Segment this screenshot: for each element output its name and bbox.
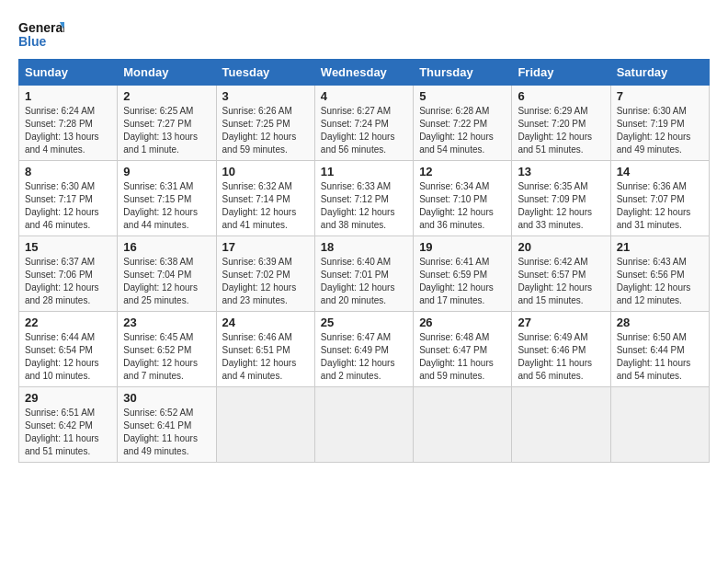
col-header-monday: Monday xyxy=(118,60,216,86)
week-row-4: 22 Sunrise: 6:44 AMSunset: 6:54 PMDaylig… xyxy=(19,312,710,387)
day-number: 6 xyxy=(518,89,604,103)
day-number: 2 xyxy=(123,89,210,103)
calendar-cell: 23 Sunrise: 6:45 AMSunset: 6:52 PMDaylig… xyxy=(118,312,216,387)
calendar-cell xyxy=(610,387,709,463)
cell-info: Sunrise: 6:45 AMSunset: 6:52 PMDaylight:… xyxy=(123,332,198,381)
week-row-3: 15 Sunrise: 6:37 AMSunset: 7:06 PMDaylig… xyxy=(19,236,710,312)
col-header-friday: Friday xyxy=(512,60,610,86)
col-header-sunday: Sunday xyxy=(19,60,118,86)
cell-info: Sunrise: 6:30 AMSunset: 7:17 PMDaylight:… xyxy=(25,181,99,230)
day-number: 27 xyxy=(518,316,604,329)
calendar-cell: 8 Sunrise: 6:30 AMSunset: 7:17 PMDayligh… xyxy=(19,161,118,236)
cell-info: Sunrise: 6:44 AMSunset: 6:54 PMDaylight:… xyxy=(25,332,99,381)
day-number: 11 xyxy=(321,165,407,178)
week-row-2: 8 Sunrise: 6:30 AMSunset: 7:17 PMDayligh… xyxy=(19,161,710,236)
calendar-cell xyxy=(216,387,314,463)
calendar-cell: 21 Sunrise: 6:43 AMSunset: 6:56 PMDaylig… xyxy=(610,236,709,312)
cell-info: Sunrise: 6:49 AMSunset: 6:46 PMDaylight:… xyxy=(518,332,592,381)
logo: General Blue xyxy=(18,18,64,52)
day-number: 13 xyxy=(518,165,604,178)
cell-info: Sunrise: 6:34 AMSunset: 7:10 PMDaylight:… xyxy=(419,181,494,230)
calendar-cell: 30 Sunrise: 6:52 AMSunset: 6:41 PMDaylig… xyxy=(118,387,216,463)
col-header-wednesday: Wednesday xyxy=(314,60,413,86)
day-number: 18 xyxy=(321,240,407,254)
cell-info: Sunrise: 6:43 AMSunset: 6:56 PMDaylight:… xyxy=(617,257,691,305)
calendar-cell: 27 Sunrise: 6:49 AMSunset: 6:46 PMDaylig… xyxy=(512,312,610,387)
calendar-table: SundayMondayTuesdayWednesdayThursdayFrid… xyxy=(18,59,710,463)
day-number: 25 xyxy=(321,316,407,329)
calendar-cell: 28 Sunrise: 6:50 AMSunset: 6:44 PMDaylig… xyxy=(610,312,709,387)
day-number: 22 xyxy=(25,316,111,329)
cell-info: Sunrise: 6:31 AMSunset: 7:15 PMDaylight:… xyxy=(123,181,198,230)
header: General Blue xyxy=(18,18,710,52)
calendar-cell: 26 Sunrise: 6:48 AMSunset: 6:47 PMDaylig… xyxy=(414,312,512,387)
calendar-cell: 4 Sunrise: 6:27 AMSunset: 7:24 PMDayligh… xyxy=(314,86,413,161)
calendar-cell: 6 Sunrise: 6:29 AMSunset: 7:20 PMDayligh… xyxy=(512,86,610,161)
calendar-cell: 2 Sunrise: 6:25 AMSunset: 7:27 PMDayligh… xyxy=(118,86,216,161)
calendar-cell: 11 Sunrise: 6:33 AMSunset: 7:12 PMDaylig… xyxy=(314,161,413,236)
day-number: 21 xyxy=(617,240,703,254)
calendar-cell: 7 Sunrise: 6:30 AMSunset: 7:19 PMDayligh… xyxy=(610,86,709,161)
cell-info: Sunrise: 6:26 AMSunset: 7:25 PMDaylight:… xyxy=(222,106,297,155)
day-number: 26 xyxy=(419,316,506,329)
cell-info: Sunrise: 6:42 AMSunset: 6:57 PMDaylight:… xyxy=(518,257,592,305)
day-number: 12 xyxy=(419,165,506,178)
calendar-cell: 19 Sunrise: 6:41 AMSunset: 6:59 PMDaylig… xyxy=(414,236,512,312)
calendar-cell: 18 Sunrise: 6:40 AMSunset: 7:01 PMDaylig… xyxy=(314,236,413,312)
calendar-cell xyxy=(414,387,512,463)
day-number: 20 xyxy=(518,240,604,254)
calendar-cell: 16 Sunrise: 6:38 AMSunset: 7:04 PMDaylig… xyxy=(118,236,216,312)
logo-svg: General Blue xyxy=(18,18,64,52)
calendar-cell: 9 Sunrise: 6:31 AMSunset: 7:15 PMDayligh… xyxy=(118,161,216,236)
calendar-cell: 10 Sunrise: 6:32 AMSunset: 7:14 PMDaylig… xyxy=(216,161,314,236)
calendar-cell: 3 Sunrise: 6:26 AMSunset: 7:25 PMDayligh… xyxy=(216,86,314,161)
cell-info: Sunrise: 6:33 AMSunset: 7:12 PMDaylight:… xyxy=(321,181,395,230)
calendar-header-row: SundayMondayTuesdayWednesdayThursdayFrid… xyxy=(19,60,710,86)
day-number: 14 xyxy=(617,165,703,178)
day-number: 3 xyxy=(222,89,309,103)
cell-info: Sunrise: 6:37 AMSunset: 7:06 PMDaylight:… xyxy=(25,257,99,305)
cell-info: Sunrise: 6:25 AMSunset: 7:27 PMDaylight:… xyxy=(123,106,198,155)
calendar-cell: 5 Sunrise: 6:28 AMSunset: 7:22 PMDayligh… xyxy=(414,86,512,161)
day-number: 16 xyxy=(123,240,210,254)
cell-info: Sunrise: 6:39 AMSunset: 7:02 PMDaylight:… xyxy=(222,257,297,305)
cell-info: Sunrise: 6:51 AMSunset: 6:42 PMDaylight:… xyxy=(25,408,99,456)
calendar-cell: 15 Sunrise: 6:37 AMSunset: 7:06 PMDaylig… xyxy=(19,236,118,312)
cell-info: Sunrise: 6:50 AMSunset: 6:44 PMDaylight:… xyxy=(617,332,691,381)
svg-text:Blue: Blue xyxy=(18,34,47,49)
cell-info: Sunrise: 6:48 AMSunset: 6:47 PMDaylight:… xyxy=(419,332,494,381)
week-row-5: 29 Sunrise: 6:51 AMSunset: 6:42 PMDaylig… xyxy=(19,387,710,463)
day-number: 29 xyxy=(25,391,111,405)
cell-info: Sunrise: 6:40 AMSunset: 7:01 PMDaylight:… xyxy=(321,257,395,305)
day-number: 30 xyxy=(123,391,210,405)
cell-info: Sunrise: 6:24 AMSunset: 7:28 PMDaylight:… xyxy=(25,106,99,155)
svg-text:General: General xyxy=(18,20,64,35)
day-number: 7 xyxy=(617,89,703,103)
day-number: 17 xyxy=(222,240,309,254)
day-number: 9 xyxy=(123,165,210,178)
calendar-cell: 1 Sunrise: 6:24 AMSunset: 7:28 PMDayligh… xyxy=(19,86,118,161)
cell-info: Sunrise: 6:38 AMSunset: 7:04 PMDaylight:… xyxy=(123,257,198,305)
day-number: 1 xyxy=(25,89,111,103)
col-header-saturday: Saturday xyxy=(610,60,709,86)
cell-info: Sunrise: 6:35 AMSunset: 7:09 PMDaylight:… xyxy=(518,181,592,230)
cell-info: Sunrise: 6:27 AMSunset: 7:24 PMDaylight:… xyxy=(321,106,395,155)
calendar-cell xyxy=(512,387,610,463)
day-number: 23 xyxy=(123,316,210,329)
calendar-cell: 20 Sunrise: 6:42 AMSunset: 6:57 PMDaylig… xyxy=(512,236,610,312)
cell-info: Sunrise: 6:41 AMSunset: 6:59 PMDaylight:… xyxy=(419,257,494,305)
cell-info: Sunrise: 6:36 AMSunset: 7:07 PMDaylight:… xyxy=(617,181,691,230)
calendar-cell: 22 Sunrise: 6:44 AMSunset: 6:54 PMDaylig… xyxy=(19,312,118,387)
day-number: 15 xyxy=(25,240,111,254)
cell-info: Sunrise: 6:52 AMSunset: 6:41 PMDaylight:… xyxy=(123,408,198,456)
cell-info: Sunrise: 6:47 AMSunset: 6:49 PMDaylight:… xyxy=(321,332,395,381)
cell-info: Sunrise: 6:29 AMSunset: 7:20 PMDaylight:… xyxy=(518,106,592,155)
calendar-cell: 29 Sunrise: 6:51 AMSunset: 6:42 PMDaylig… xyxy=(19,387,118,463)
cell-info: Sunrise: 6:28 AMSunset: 7:22 PMDaylight:… xyxy=(419,106,494,155)
calendar-body: 1 Sunrise: 6:24 AMSunset: 7:28 PMDayligh… xyxy=(19,86,710,463)
col-header-tuesday: Tuesday xyxy=(216,60,314,86)
cell-info: Sunrise: 6:32 AMSunset: 7:14 PMDaylight:… xyxy=(222,181,297,230)
day-number: 19 xyxy=(419,240,506,254)
calendar-cell: 25 Sunrise: 6:47 AMSunset: 6:49 PMDaylig… xyxy=(314,312,413,387)
calendar-cell: 17 Sunrise: 6:39 AMSunset: 7:02 PMDaylig… xyxy=(216,236,314,312)
